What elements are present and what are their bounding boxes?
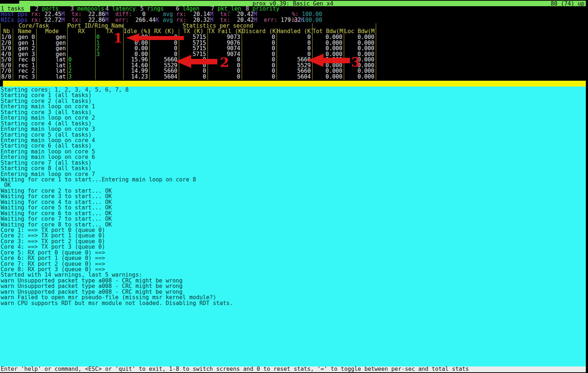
table-cell: 5/0 bbox=[0, 57, 13, 63]
table-cell: 0 bbox=[150, 46, 179, 52]
stat-segment: %: bbox=[292, 17, 302, 23]
stat-segment bbox=[257, 17, 264, 23]
table-row: 4/0gen 3gen30.00057159074000.0000.000 bbox=[0, 52, 377, 57]
table-cell: 0 bbox=[208, 63, 242, 69]
table-cell: 0 bbox=[150, 52, 179, 57]
tab-label: rings bbox=[144, 5, 164, 12]
table-cell: 0.000 bbox=[313, 63, 344, 69]
stats-average: avg rx: 20.32M tx: 20.42M err: 179.32K bbox=[163, 17, 304, 23]
table-cell bbox=[96, 57, 124, 63]
table-cell: 0.000 bbox=[313, 74, 344, 80]
table-cell: 15.96 bbox=[124, 57, 150, 63]
table-cell: 0.000 bbox=[344, 68, 376, 74]
column-header: Name bbox=[13, 29, 37, 35]
table-cell: gen bbox=[37, 46, 68, 52]
table-cell: 0 bbox=[242, 63, 277, 69]
table-cell: 0 bbox=[96, 35, 124, 40]
table-cell: gen bbox=[37, 35, 68, 40]
stat-segment: NICs pps bbox=[1, 17, 31, 23]
table-cell: lat bbox=[37, 74, 68, 80]
table-cell: 0.000 bbox=[344, 46, 376, 52]
table-cell: 9073 bbox=[208, 35, 242, 40]
table-cell: 3 bbox=[96, 52, 124, 57]
title-corner-notch bbox=[0, 0, 19, 4]
table-cell: 9074 bbox=[208, 52, 242, 57]
prox-terminal: prox v0.39: Basic Gen x4 80 (74) up 1 ta… bbox=[0, 0, 586, 372]
table-row: 6/0rec 1lat114.60552900055290.0000.000 bbox=[0, 63, 377, 69]
table-cell: 0 bbox=[68, 57, 96, 63]
stat-segment bbox=[65, 17, 72, 23]
table-cell: rec 2 bbox=[13, 68, 37, 74]
table-cell: 9076 bbox=[208, 40, 242, 46]
stat-segment: err: bbox=[115, 17, 136, 23]
table-cell: 0.000 bbox=[313, 57, 344, 63]
table-cell: 5660 bbox=[150, 57, 179, 63]
status-bar: Enter 'help' or command, <ESC> or 'quit'… bbox=[0, 366, 586, 372]
table-row: 8/0rec 3lat314.23560400056040.0000.000 bbox=[0, 74, 377, 80]
stats-percent: %: 100.00 bbox=[292, 17, 322, 23]
table-row: 7/0rec 2lat214.99566000056600.0000.000 bbox=[0, 68, 377, 74]
table-row: 5/0rec 0lat015.96566000056600.0000.000 bbox=[0, 57, 377, 63]
stat-segment: 22.86 bbox=[88, 17, 105, 23]
table-cell: 1 bbox=[68, 63, 96, 69]
table-cell: 0 bbox=[277, 40, 313, 46]
table-group-header-row: Core/TaskPort ID/Ring NameStatistics per… bbox=[0, 23, 377, 29]
table-row: 3/0gen 2gen20.00057159074000.0000.000 bbox=[0, 46, 377, 52]
stat-segment bbox=[109, 17, 116, 23]
table-cell: 5715 bbox=[179, 52, 208, 57]
table-cell: 0.000 bbox=[313, 46, 344, 52]
table-cell: gen bbox=[37, 40, 68, 46]
table-cell: 5715 bbox=[179, 40, 208, 46]
table-cell: 5660 bbox=[150, 68, 179, 74]
table-cell: 0.000 bbox=[344, 57, 376, 63]
table-cell: 14.99 bbox=[124, 68, 150, 74]
table-cell: 5604 bbox=[277, 74, 313, 80]
stat-segment bbox=[213, 17, 220, 23]
nics-pps-stats-line: NICs pps rx: 22.72M tx: 22.86M err: 266.… bbox=[0, 17, 586, 23]
stat-segment: 266.44 bbox=[136, 17, 156, 23]
column-header: Nb bbox=[0, 29, 13, 35]
table-group-header bbox=[313, 23, 376, 29]
stat-segment: rx: bbox=[31, 17, 44, 23]
table-cell: 0.00 bbox=[124, 52, 150, 57]
table-cell: 0 bbox=[242, 46, 277, 52]
table-cell: 0 bbox=[150, 40, 179, 46]
table-cell: gen bbox=[37, 52, 68, 57]
table-cell: 0.000 bbox=[313, 68, 344, 74]
table-cell: 0 bbox=[242, 57, 277, 63]
table-cell: 0 bbox=[179, 57, 208, 63]
table-cell: 5660 bbox=[277, 68, 313, 74]
log-line: warn CPU supports RDT but msr module not… bbox=[0, 301, 586, 306]
table-cell: lat bbox=[37, 57, 68, 63]
column-header: RX (K) bbox=[150, 29, 179, 35]
stat-segment: err: bbox=[264, 17, 281, 23]
table-cell: 0.000 bbox=[313, 35, 344, 40]
table-cell bbox=[96, 68, 124, 74]
table-row: 2/0gen 1gen10.00057159076000.0000.000 bbox=[0, 40, 377, 46]
column-header: Loc Bdw(M) bbox=[344, 29, 376, 35]
table-cell bbox=[68, 35, 96, 40]
table-cell: 0.00 bbox=[124, 40, 150, 46]
separator-bar-fill bbox=[3, 81, 586, 87]
table-cell: 0 bbox=[277, 46, 313, 52]
stat-segment: tx: bbox=[220, 17, 237, 23]
column-header: TX (K) bbox=[179, 29, 208, 35]
column-header: Idle (%) bbox=[124, 29, 150, 35]
table-cell: 5604 bbox=[150, 74, 179, 80]
table-cell bbox=[96, 63, 124, 69]
table-cell: rec 0 bbox=[13, 57, 37, 63]
table-cell: 0 bbox=[277, 52, 313, 57]
table-cell: 0.00 bbox=[124, 35, 150, 40]
table-cell: 5715 bbox=[179, 35, 208, 40]
stat-segment: 20.42 bbox=[237, 17, 254, 23]
table-cell: 0 bbox=[208, 57, 242, 63]
table-cell: 0.000 bbox=[344, 52, 376, 57]
table-cell: 14.60 bbox=[124, 63, 150, 69]
table-cell: 0 bbox=[179, 63, 208, 69]
table-group-header: Statistics per second bbox=[124, 23, 313, 29]
stat-segment: K bbox=[156, 17, 159, 23]
column-header: Handled (K) bbox=[277, 29, 313, 35]
table-cell: rec 3 bbox=[13, 74, 37, 80]
table-cell: 1/0 bbox=[0, 35, 13, 40]
table-cell: 0 bbox=[179, 68, 208, 74]
